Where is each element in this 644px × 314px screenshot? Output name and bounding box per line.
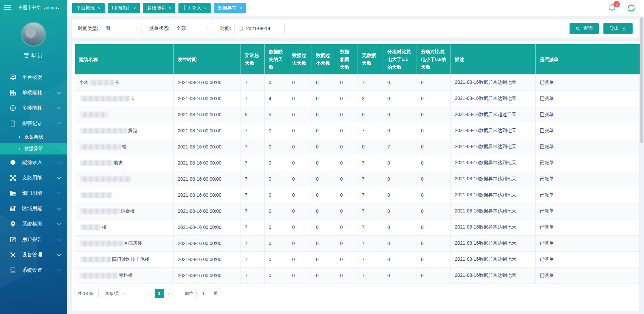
tab-平台概况[interactable]: 平台概况× xyxy=(72,3,105,13)
document-icon xyxy=(9,120,16,127)
day-count-cell: 0 xyxy=(312,107,336,123)
hamburger-menu-icon[interactable] xyxy=(4,5,11,10)
day-count-cell: 7 xyxy=(241,187,265,203)
occur-time-cell: 2021-08-16 00:00:00 xyxy=(174,171,241,187)
table-row[interactable]: 骨科楼2021-08-16 00:00:00700007002021-08-16… xyxy=(75,267,640,284)
user-dropdown[interactable]: admin▾ xyxy=(44,5,59,10)
dispatch-status-cell: 已派单 xyxy=(536,74,640,90)
column-header-描述: 描述 xyxy=(451,44,536,74)
redacted-text xyxy=(80,144,121,150)
chevron-down-icon xyxy=(206,26,210,30)
table-row[interactable]: 楼2021-08-16 00:00:00700007002021-08-16数据… xyxy=(75,219,640,235)
table-row[interactable]: 2021-08-16 00:00:00700007002021-08-16数据异… xyxy=(75,171,640,187)
day-count-cell: 0 xyxy=(336,139,358,155)
page-size-select[interactable]: 20条/页 xyxy=(98,289,131,298)
sidebar-item-支路用能[interactable]: 支路用能 xyxy=(0,170,67,185)
tab-多楼能耗[interactable]: 多楼能耗× xyxy=(143,3,175,13)
time-type-select[interactable]: 周 xyxy=(102,23,142,34)
date-picker[interactable]: 2021-08-19 xyxy=(234,23,285,34)
tab-用能统计[interactable]: 用能统计× xyxy=(108,3,140,13)
sidebar-item-label: 能源录入 xyxy=(22,159,42,166)
column-header-发生时间: 发生时间 xyxy=(174,44,241,74)
avatar[interactable] xyxy=(22,23,45,46)
close-tab-icon[interactable]: × xyxy=(239,6,242,11)
sidebar-item-平台概况[interactable]: 平台概况 xyxy=(0,69,67,85)
export-button[interactable]: 导出 xyxy=(603,23,633,34)
day-count-cell: 0 xyxy=(336,171,358,187)
building-name-suffix: 1 xyxy=(131,96,134,101)
table-row[interactable]: 综合楼2021-08-16 00:00:00700007002021-08-16… xyxy=(75,203,640,219)
table-row[interactable]: 12021-08-16 00:00:00740003002021-08-16数据… xyxy=(75,90,640,107)
table-row[interactable]: 2021-08-16 00:00:00550000002021-08-16数据异… xyxy=(75,107,640,123)
close-tab-icon[interactable]: × xyxy=(98,6,101,11)
sidebar-item-多楼能耗[interactable]: 多楼能耗 xyxy=(0,100,67,116)
sidebar-item-设备管理[interactable]: 设备管理 xyxy=(0,247,67,262)
close-tab-icon[interactable]: × xyxy=(169,6,171,11)
next-page-button[interactable]: › xyxy=(164,289,173,298)
redacted-text xyxy=(80,176,131,182)
description-cell: 2021-08-16数据异常达到七天 xyxy=(451,219,536,235)
sidebar-item-区域用能[interactable]: 区域用能 xyxy=(0,201,67,216)
table-row[interactable]: 小木号2021-08-16 00:00:00700007002021-08-16… xyxy=(75,74,640,90)
scrollbar-thumb[interactable] xyxy=(640,17,643,143)
table-row[interactable]: 区病房楼2021-08-16 00:00:00700007002021-08-1… xyxy=(75,235,640,251)
table-row[interactable]: 2021-08-16 00:00:00700007002021-08-16数据异… xyxy=(75,187,640,203)
sidebar-item-用户报告[interactable]: 用户报告 xyxy=(0,232,67,247)
refresh-icon[interactable] xyxy=(627,3,636,13)
page-scrollbar[interactable] xyxy=(640,17,643,312)
occur-time-cell: 2021-08-16 00:00:00 xyxy=(174,139,241,155)
day-count-cell: 7 xyxy=(358,251,383,267)
sidebar-item-label: 平台概况 xyxy=(22,74,42,80)
dispatch-status-select[interactable]: 全部 xyxy=(173,23,213,34)
column-header-建筑名称: 建筑名称 xyxy=(75,44,174,74)
day-count-cell: 0 xyxy=(417,107,451,123)
day-count-cell: 0 xyxy=(383,251,417,267)
day-count-cell: 0 xyxy=(265,139,288,155)
day-count-cell: 7 xyxy=(241,219,265,235)
goto-page-input[interactable] xyxy=(196,289,211,298)
day-count-cell: 0 xyxy=(312,219,336,235)
occur-time-cell: 2021-08-16 00:00:00 xyxy=(174,203,241,219)
sidebar-item-报警记录[interactable]: 报警记录 xyxy=(0,116,67,131)
close-tab-icon[interactable]: × xyxy=(133,6,136,11)
search-button[interactable]: 查询 xyxy=(570,23,599,34)
chevron-down-icon xyxy=(57,237,61,241)
day-count-cell: 4 xyxy=(265,90,288,107)
notification-bell-icon[interactable]: 0 xyxy=(608,3,617,13)
building-name-cell: 骨科楼 xyxy=(75,267,174,284)
tab-手工录入[interactable]: 手工录入× xyxy=(178,3,211,13)
sidebar-item-单楼能耗[interactable]: 单楼能耗 xyxy=(0,85,67,100)
theme-language-label[interactable]: 主题 | 中文 xyxy=(18,5,41,11)
monitor-chart-icon xyxy=(9,74,16,81)
chevron-down-icon xyxy=(122,292,125,294)
page-number-button[interactable]: 1 xyxy=(155,289,164,298)
sidebar-item-系统设置[interactable]: 系统设置 xyxy=(0,262,67,278)
dispatch-status-cell: 已派单 xyxy=(536,235,640,251)
building-name-cell xyxy=(75,187,174,203)
sidebar-item-label: 单楼能耗 xyxy=(22,89,42,96)
description-cell: 2021-08-16数据异常达到七天 xyxy=(451,90,536,107)
sidebar-item-能源录入[interactable]: 能源录入 xyxy=(0,154,67,170)
table-row[interactable]: 媒港2021-08-16 00:00:00700007002021-08-16数… xyxy=(75,123,640,139)
map-icon xyxy=(9,205,16,212)
sidebar-item-部门用能[interactable]: 部门用能 xyxy=(0,185,67,201)
prev-page-button[interactable]: ‹ xyxy=(145,289,155,298)
table-row[interactable]: 楼2021-08-16 00:00:00700000702021-08-16数据… xyxy=(75,139,640,155)
sidebar-item-label: 报警记录 xyxy=(22,120,42,127)
tab-label: 数据异常 xyxy=(218,5,236,11)
day-count-cell: 0 xyxy=(312,139,336,155)
table-row[interactable]: 院门诊医技干保楼2021-08-16 00:00:00700007002021-… xyxy=(75,251,640,267)
description-cell: 2021-08-16数据异常达到七天 xyxy=(451,235,536,251)
day-count-cell: 0 xyxy=(383,219,417,235)
close-tab-icon[interactable]: × xyxy=(204,6,207,11)
day-count-cell: 7 xyxy=(241,155,265,171)
redacted-text xyxy=(80,257,111,262)
sidebar-item-系统检测[interactable]: 系统检测 xyxy=(0,216,67,232)
tab-数据异常[interactable]: 数据异常× xyxy=(214,3,246,13)
occur-time-cell: 2021-08-16 00:00:00 xyxy=(174,267,241,284)
day-count-cell: 0 xyxy=(288,90,312,107)
table-row[interactable]: 地块2021-08-16 00:00:00700007002021-08-16数… xyxy=(75,155,640,171)
day-count-cell: 0 xyxy=(336,235,358,251)
sidebar-item-label: 多楼能耗 xyxy=(22,105,42,111)
day-count-cell: 0 xyxy=(312,155,336,171)
